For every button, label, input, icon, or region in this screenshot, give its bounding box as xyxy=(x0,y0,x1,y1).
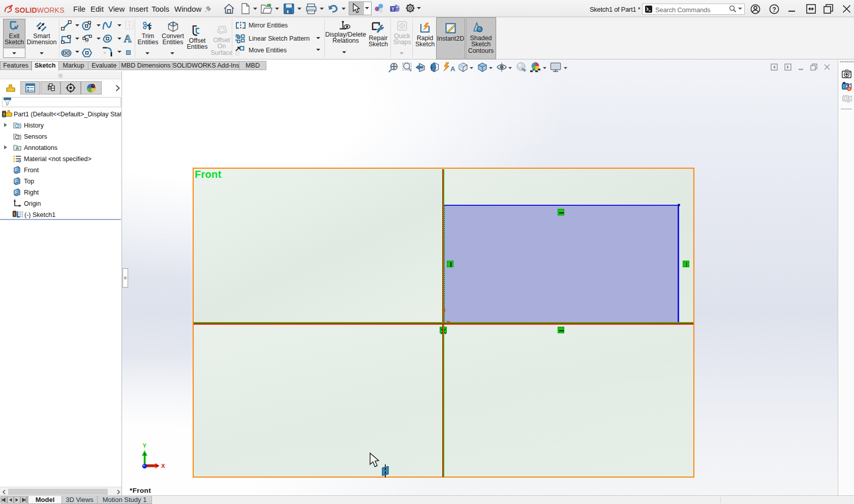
svg-text:A: A xyxy=(16,146,19,151)
svg-text:T: T xyxy=(391,7,394,12)
svg-text:A: A xyxy=(124,33,132,44)
svg-text:Y: Y xyxy=(143,443,147,449)
svg-text:?: ? xyxy=(772,6,776,13)
svg-text:X: X xyxy=(161,463,165,469)
svg-text:SOLIDWORKS: SOLIDWORKS xyxy=(15,6,65,14)
svg-text:A: A xyxy=(450,65,455,73)
